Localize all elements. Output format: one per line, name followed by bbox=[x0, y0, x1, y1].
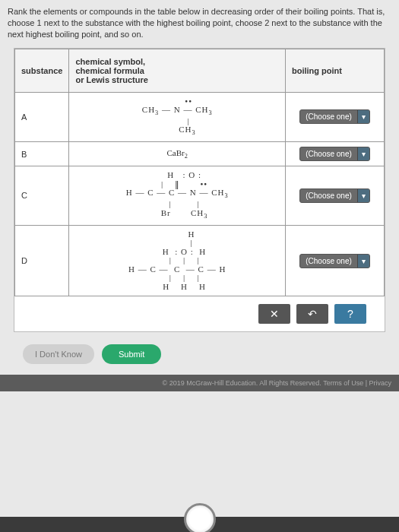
chevron-down-icon: ▾ bbox=[357, 189, 369, 202]
submit-button[interactable]: Submit bbox=[102, 344, 161, 364]
header-boiling: boiling point bbox=[286, 49, 385, 92]
substance-table: substance chemical symbol, chemical form… bbox=[14, 49, 385, 297]
row-d-label: D bbox=[15, 225, 69, 296]
undo-button[interactable]: ↶ bbox=[296, 304, 328, 324]
home-button[interactable] bbox=[184, 503, 216, 532]
action-row: I Don't Know Submit bbox=[0, 337, 399, 375]
chevron-down-icon: ▾ bbox=[357, 255, 369, 268]
instructions-text: Rank the elements or compounds in the ta… bbox=[0, 0, 399, 43]
table-row: C H : O : | ‖ •• H — C — C — N — CH3 | |… bbox=[15, 166, 385, 225]
help-button[interactable]: ? bbox=[334, 304, 366, 324]
control-bar: ✕ ↶ ? bbox=[14, 296, 385, 331]
dont-know-button[interactable]: I Don't Know bbox=[23, 344, 94, 364]
table-row: A •• CH3 — N — CH3 | CH3 (Choose one) ▾ bbox=[15, 92, 385, 142]
clear-button[interactable]: ✕ bbox=[258, 304, 290, 324]
row-a-formula: •• CH3 — N — CH3 | CH3 bbox=[69, 92, 286, 142]
row-c-formula: H : O : | ‖ •• H — C — C — N — CH3 | | B… bbox=[69, 166, 286, 225]
header-substance: substance bbox=[15, 49, 69, 92]
row-d-choose-dropdown[interactable]: (Choose one) ▾ bbox=[299, 254, 370, 268]
row-b-formula: CaBr2 bbox=[69, 142, 286, 166]
row-b-label: B bbox=[15, 142, 69, 166]
row-b-choose-dropdown[interactable]: (Choose one) ▾ bbox=[299, 147, 370, 161]
row-a-label: A bbox=[15, 92, 69, 142]
table-row: B CaBr2 (Choose one) ▾ bbox=[15, 142, 385, 166]
row-c-choose-dropdown[interactable]: (Choose one) ▾ bbox=[299, 188, 370, 203]
chevron-down-icon: ▾ bbox=[357, 110, 369, 123]
table-row: D H | H : O : H | | | H — C — C — C — H … bbox=[15, 225, 385, 296]
header-formula: chemical symbol, chemical formula or Lew… bbox=[69, 49, 286, 92]
chevron-down-icon: ▾ bbox=[357, 147, 369, 160]
row-c-label: C bbox=[15, 166, 69, 225]
row-a-choose-dropdown[interactable]: (Choose one) ▾ bbox=[299, 109, 370, 124]
question-panel: substance chemical symbol, chemical form… bbox=[14, 48, 385, 333]
row-d-formula: H | H : O : H | | | H — C — C — C — H | … bbox=[69, 225, 286, 296]
footer-text: © 2019 McGraw-Hill Education. All Rights… bbox=[0, 375, 399, 391]
